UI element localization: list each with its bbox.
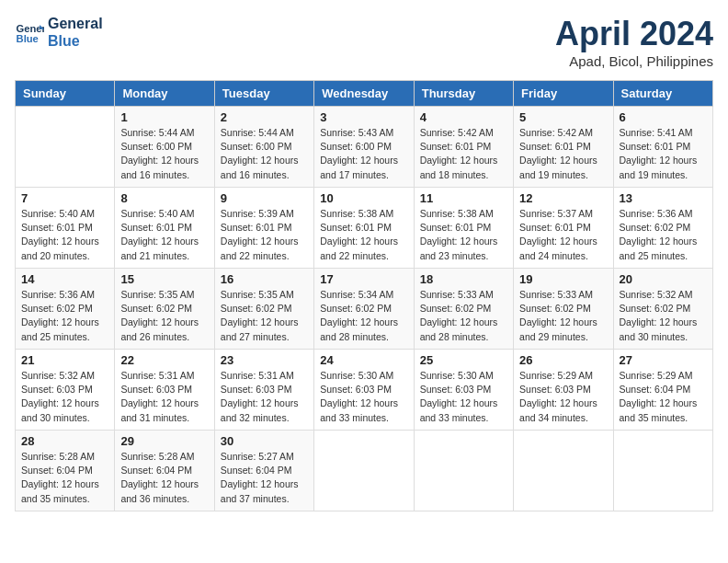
day-number: 20 — [620, 272, 707, 286]
column-header-thursday: Thursday — [414, 81, 513, 107]
day-number: 6 — [620, 110, 707, 124]
day-info: Sunrise: 5:43 AMSunset: 6:00 PMDaylight:… — [320, 126, 407, 182]
day-info: Sunrise: 5:29 AMSunset: 6:03 PMDaylight:… — [519, 369, 607, 425]
day-cell: 15Sunrise: 5:35 AMSunset: 6:02 PMDayligh… — [115, 269, 214, 350]
day-cell: 16Sunrise: 5:35 AMSunset: 6:02 PMDayligh… — [214, 269, 313, 350]
logo-blue: Blue — [48, 32, 103, 50]
day-info: Sunrise: 5:30 AMSunset: 6:03 PMDaylight:… — [420, 369, 507, 425]
day-cell: 10Sunrise: 5:38 AMSunset: 6:01 PMDayligh… — [314, 188, 414, 269]
day-info: Sunrise: 5:33 AMSunset: 6:02 PMDaylight:… — [519, 288, 607, 344]
day-info: Sunrise: 5:40 AMSunset: 6:01 PMDaylight:… — [120, 207, 208, 263]
day-info: Sunrise: 5:36 AMSunset: 6:02 PMDaylight:… — [620, 207, 707, 263]
day-info: Sunrise: 5:27 AMSunset: 6:04 PMDaylight:… — [221, 450, 308, 506]
day-info: Sunrise: 5:34 AMSunset: 6:02 PMDaylight:… — [320, 288, 407, 344]
day-number: 5 — [519, 110, 607, 124]
day-info: Sunrise: 5:44 AMSunset: 6:00 PMDaylight:… — [120, 126, 208, 182]
day-cell: 26Sunrise: 5:29 AMSunset: 6:03 PMDayligh… — [514, 350, 613, 431]
day-number: 23 — [221, 353, 308, 367]
day-cell: 9Sunrise: 5:39 AMSunset: 6:01 PMDaylight… — [214, 188, 313, 269]
calendar-table: SundayMondayTuesdayWednesdayThursdayFrid… — [15, 80, 713, 511]
day-number: 28 — [21, 434, 108, 448]
day-cell — [414, 431, 513, 511]
column-header-wednesday: Wednesday — [314, 81, 414, 107]
day-info: Sunrise: 5:38 AMSunset: 6:01 PMDaylight:… — [420, 207, 507, 263]
logo-general: General — [48, 15, 103, 32]
day-cell: 27Sunrise: 5:29 AMSunset: 6:04 PMDayligh… — [613, 350, 712, 431]
day-info: Sunrise: 5:36 AMSunset: 6:02 PMDaylight:… — [21, 288, 108, 344]
day-number: 30 — [221, 434, 308, 448]
day-cell: 5Sunrise: 5:42 AMSunset: 6:01 PMDaylight… — [514, 107, 613, 188]
week-row-4: 21Sunrise: 5:32 AMSunset: 6:03 PMDayligh… — [16, 350, 713, 431]
day-number: 18 — [420, 272, 507, 286]
day-cell — [514, 431, 613, 511]
column-header-saturday: Saturday — [613, 81, 712, 107]
logo: General Blue General Blue — [15, 15, 103, 50]
week-row-1: 1Sunrise: 5:44 AMSunset: 6:00 PMDaylight… — [16, 107, 713, 188]
day-cell: 30Sunrise: 5:27 AMSunset: 6:04 PMDayligh… — [214, 431, 313, 511]
day-info: Sunrise: 5:35 AMSunset: 6:02 PMDaylight:… — [120, 288, 208, 344]
day-cell — [314, 431, 414, 511]
day-cell: 14Sunrise: 5:36 AMSunset: 6:02 PMDayligh… — [16, 269, 115, 350]
day-number: 8 — [120, 191, 208, 205]
day-number: 11 — [420, 191, 507, 205]
day-cell: 1Sunrise: 5:44 AMSunset: 6:00 PMDaylight… — [115, 107, 214, 188]
location-title: Apad, Bicol, Philippines — [555, 53, 713, 69]
day-number: 2 — [221, 110, 308, 124]
day-info: Sunrise: 5:40 AMSunset: 6:01 PMDaylight:… — [21, 207, 108, 263]
day-cell: 20Sunrise: 5:32 AMSunset: 6:02 PMDayligh… — [613, 269, 712, 350]
day-cell: 8Sunrise: 5:40 AMSunset: 6:01 PMDaylight… — [115, 188, 214, 269]
week-row-2: 7Sunrise: 5:40 AMSunset: 6:01 PMDaylight… — [16, 188, 713, 269]
day-cell: 28Sunrise: 5:28 AMSunset: 6:04 PMDayligh… — [16, 431, 115, 511]
svg-text:Blue: Blue — [17, 33, 39, 44]
day-cell: 18Sunrise: 5:33 AMSunset: 6:02 PMDayligh… — [414, 269, 513, 350]
day-info: Sunrise: 5:28 AMSunset: 6:04 PMDaylight:… — [120, 450, 208, 506]
day-number: 24 — [320, 353, 407, 367]
day-info: Sunrise: 5:39 AMSunset: 6:01 PMDaylight:… — [221, 207, 308, 263]
day-number: 15 — [120, 272, 208, 286]
day-info: Sunrise: 5:28 AMSunset: 6:04 PMDaylight:… — [21, 450, 108, 506]
day-number: 13 — [620, 191, 707, 205]
day-cell: 25Sunrise: 5:30 AMSunset: 6:03 PMDayligh… — [414, 350, 513, 431]
day-number: 12 — [519, 191, 607, 205]
day-number: 10 — [320, 191, 407, 205]
logo-icon: General Blue — [15, 17, 44, 47]
day-info: Sunrise: 5:41 AMSunset: 6:01 PMDaylight:… — [620, 126, 707, 182]
column-header-sunday: Sunday — [16, 81, 115, 107]
day-number: 27 — [620, 353, 707, 367]
day-cell: 3Sunrise: 5:43 AMSunset: 6:00 PMDaylight… — [314, 107, 414, 188]
day-info: Sunrise: 5:31 AMSunset: 6:03 PMDaylight:… — [221, 369, 308, 425]
day-cell: 22Sunrise: 5:31 AMSunset: 6:03 PMDayligh… — [115, 350, 214, 431]
day-cell: 29Sunrise: 5:28 AMSunset: 6:04 PMDayligh… — [115, 431, 214, 511]
day-cell — [16, 107, 115, 188]
column-header-friday: Friday — [514, 81, 613, 107]
day-info: Sunrise: 5:44 AMSunset: 6:00 PMDaylight:… — [221, 126, 308, 182]
day-cell: 11Sunrise: 5:38 AMSunset: 6:01 PMDayligh… — [414, 188, 513, 269]
week-row-5: 28Sunrise: 5:28 AMSunset: 6:04 PMDayligh… — [16, 431, 713, 511]
day-info: Sunrise: 5:42 AMSunset: 6:01 PMDaylight:… — [420, 126, 507, 182]
day-info: Sunrise: 5:35 AMSunset: 6:02 PMDaylight:… — [221, 288, 308, 344]
day-cell: 12Sunrise: 5:37 AMSunset: 6:01 PMDayligh… — [514, 188, 613, 269]
day-number: 29 — [120, 434, 208, 448]
column-header-monday: Monday — [115, 81, 214, 107]
day-number: 14 — [21, 272, 108, 286]
day-number: 16 — [221, 272, 308, 286]
day-info: Sunrise: 5:32 AMSunset: 6:02 PMDaylight:… — [620, 288, 707, 344]
day-cell: 24Sunrise: 5:30 AMSunset: 6:03 PMDayligh… — [314, 350, 414, 431]
day-cell: 6Sunrise: 5:41 AMSunset: 6:01 PMDaylight… — [613, 107, 712, 188]
day-info: Sunrise: 5:38 AMSunset: 6:01 PMDaylight:… — [320, 207, 407, 263]
day-number: 26 — [519, 353, 607, 367]
day-cell — [613, 431, 712, 511]
day-cell: 7Sunrise: 5:40 AMSunset: 6:01 PMDaylight… — [16, 188, 115, 269]
day-cell: 13Sunrise: 5:36 AMSunset: 6:02 PMDayligh… — [613, 188, 712, 269]
day-info: Sunrise: 5:31 AMSunset: 6:03 PMDaylight:… — [120, 369, 208, 425]
day-info: Sunrise: 5:29 AMSunset: 6:04 PMDaylight:… — [620, 369, 707, 425]
day-cell: 23Sunrise: 5:31 AMSunset: 6:03 PMDayligh… — [214, 350, 313, 431]
day-number: 21 — [21, 353, 108, 367]
day-number: 22 — [120, 353, 208, 367]
month-title: April 2024 — [555, 15, 713, 53]
day-cell: 21Sunrise: 5:32 AMSunset: 6:03 PMDayligh… — [16, 350, 115, 431]
day-info: Sunrise: 5:30 AMSunset: 6:03 PMDaylight:… — [320, 369, 407, 425]
day-number: 4 — [420, 110, 507, 124]
day-info: Sunrise: 5:42 AMSunset: 6:01 PMDaylight:… — [519, 126, 607, 182]
calendar-header-row: SundayMondayTuesdayWednesdayThursdayFrid… — [16, 81, 713, 107]
